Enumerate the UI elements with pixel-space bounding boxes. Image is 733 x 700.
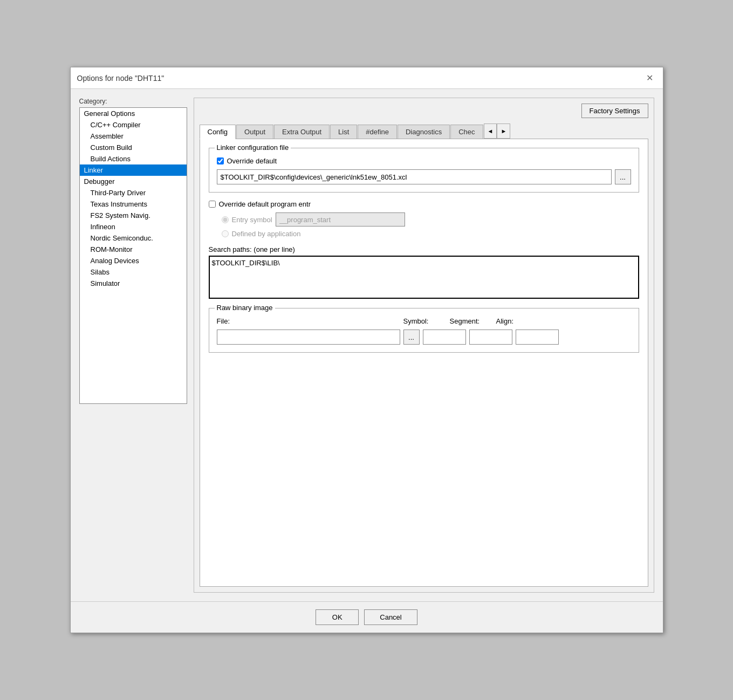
linker-path-row: ... bbox=[217, 169, 631, 184]
file-row: ... bbox=[217, 330, 631, 345]
entry-symbol-label: Entry symbol bbox=[232, 216, 272, 224]
align-col-label: Align: bbox=[496, 317, 529, 325]
raw-binary-group: Raw binary image File: Symbol: Segment: … bbox=[209, 308, 639, 353]
factory-settings-button[interactable]: Factory Settings bbox=[581, 104, 648, 118]
linker-config-group: Linker configuration file Override defau… bbox=[209, 148, 639, 193]
cancel-button[interactable]: Cancel bbox=[364, 609, 417, 625]
override-program-section: Override default program entr Entry symb… bbox=[209, 200, 639, 238]
sidebar-item[interactable]: Nordic Semiconduc. bbox=[80, 232, 187, 244]
sidebar-item[interactable]: Silabs bbox=[80, 266, 187, 278]
close-button[interactable]: ✕ bbox=[643, 72, 656, 84]
tabs-bar: ConfigOutputExtra OutputList#defineDiagn… bbox=[200, 123, 648, 139]
sidebar-item[interactable]: Custom Build bbox=[80, 142, 187, 153]
ok-button[interactable]: OK bbox=[316, 609, 359, 625]
override-program-checkbox[interactable] bbox=[209, 201, 216, 208]
segment-col-label: Segment: bbox=[450, 317, 493, 325]
sidebar: Category: General OptionsC/C++ CompilerA… bbox=[79, 98, 187, 593]
defined-by-app-label: Defined by application bbox=[232, 230, 301, 238]
raw-binary-legend: Raw binary image bbox=[215, 304, 275, 312]
sidebar-item[interactable]: Texas Instruments bbox=[80, 198, 187, 210]
sidebar-item[interactable]: General Options bbox=[80, 108, 187, 119]
linker-path-input[interactable] bbox=[217, 169, 612, 184]
defined-by-app-row: Defined by application bbox=[222, 230, 639, 238]
sidebar-item[interactable]: Linker bbox=[80, 164, 187, 176]
tab-chec[interactable]: Chec bbox=[450, 125, 483, 139]
search-paths-textarea[interactable]: $TOOLKIT_DIR$\LIB\ bbox=[209, 256, 639, 299]
tab-list[interactable]: List bbox=[330, 125, 357, 139]
main-panel: Factory Settings ConfigOutputExtra Outpu… bbox=[194, 98, 654, 593]
override-default-row: Override default bbox=[217, 157, 631, 165]
window-title: Options for node "DHT11" bbox=[77, 74, 165, 83]
tab-output[interactable]: Output bbox=[236, 125, 273, 139]
segment-input[interactable] bbox=[469, 330, 512, 345]
category-label: Category: bbox=[79, 98, 187, 105]
title-bar: Options for node "DHT11" ✕ bbox=[71, 67, 663, 89]
defined-by-app-radio[interactable] bbox=[222, 230, 229, 237]
file-input[interactable] bbox=[217, 330, 400, 345]
main-window: Options for node "DHT11" ✕ Category: Gen… bbox=[70, 67, 663, 633]
entry-symbol-radio[interactable] bbox=[222, 216, 229, 223]
override-program-label: Override default program entr bbox=[219, 200, 311, 208]
linker-browse-button[interactable]: ... bbox=[615, 169, 631, 184]
footer: OK Cancel bbox=[71, 601, 663, 633]
sidebar-item[interactable]: Assembler bbox=[80, 131, 187, 142]
align-input[interactable] bbox=[516, 330, 559, 345]
tab-config[interactable]: Config bbox=[200, 125, 236, 139]
content-area: Category: General OptionsC/C++ CompilerA… bbox=[71, 89, 663, 601]
search-paths-label: Search paths: (one per line) bbox=[209, 245, 639, 253]
radio-group: Entry symbol Defined by application bbox=[222, 212, 639, 238]
tab-content: Linker configuration file Override defau… bbox=[200, 139, 648, 587]
search-paths-section: Search paths: (one per line) $TOOLKIT_DI… bbox=[209, 245, 639, 300]
entry-symbol-row: Entry symbol bbox=[222, 212, 639, 227]
sidebar-item[interactable]: ROM-Monitor bbox=[80, 244, 187, 255]
symbol-input[interactable] bbox=[423, 330, 466, 345]
sidebar-item[interactable]: Infineon bbox=[80, 221, 187, 232]
sidebar-item[interactable]: C/C++ Compiler bbox=[80, 119, 187, 131]
sidebar-item[interactable]: Third-Party Driver bbox=[80, 187, 187, 198]
tab--define[interactable]: #define bbox=[358, 125, 397, 139]
tab-extra-output[interactable]: Extra Output bbox=[274, 125, 330, 139]
override-program-row: Override default program entr bbox=[209, 200, 639, 208]
sidebar-item[interactable]: Build Actions bbox=[80, 153, 187, 164]
sidebar-item[interactable]: Analog Devices bbox=[80, 255, 187, 266]
sidebar-item[interactable]: Debugger bbox=[80, 176, 187, 187]
tab-diagnostics[interactable]: Diagnostics bbox=[398, 125, 450, 139]
tab-scroll-prev[interactable]: ◄ bbox=[484, 123, 497, 139]
symbol-col-label: Symbol: bbox=[403, 317, 447, 325]
override-default-label: Override default bbox=[227, 157, 277, 165]
override-default-checkbox[interactable] bbox=[217, 157, 224, 164]
factory-btn-row: Factory Settings bbox=[200, 104, 648, 118]
sidebar-item[interactable]: FS2 System Navig. bbox=[80, 210, 187, 221]
linker-config-legend: Linker configuration file bbox=[215, 143, 291, 152]
entry-symbol-input[interactable] bbox=[276, 212, 405, 227]
tab-scroll-next[interactable]: ► bbox=[497, 123, 510, 139]
file-col-label: File: bbox=[217, 317, 400, 325]
sidebar-item[interactable]: Simulator bbox=[80, 278, 187, 289]
sidebar-list: General OptionsC/C++ CompilerAssemblerCu… bbox=[79, 107, 187, 404]
file-browse-button[interactable]: ... bbox=[403, 330, 420, 345]
